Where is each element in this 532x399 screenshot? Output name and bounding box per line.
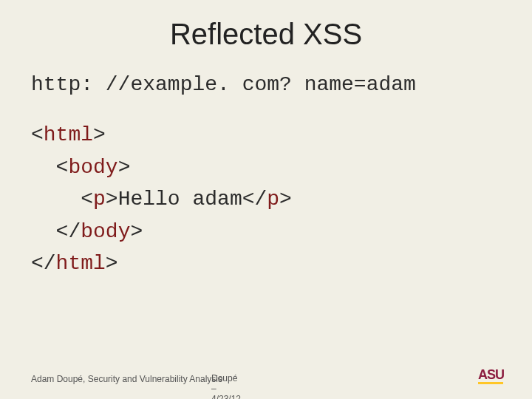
- asu-gold-bar: [478, 382, 503, 384]
- angle-close: >: [106, 188, 118, 211]
- angle-close: >: [93, 123, 106, 146]
- tag-body-open: body: [68, 156, 117, 179]
- slide-title: Reflected XSS: [0, 0, 532, 51]
- tag-p-open: p: [93, 188, 106, 211]
- tag-body-close: body: [81, 220, 130, 243]
- tag-html-close: html: [56, 252, 106, 275]
- angle-close-open: </: [56, 220, 81, 243]
- angle-open: <: [56, 156, 69, 179]
- slide: Reflected XSS http: //example. com? name…: [0, 0, 532, 399]
- asu-logo: ASU: [478, 368, 504, 384]
- footer-overlay: Doupé – 4/23/12: [211, 373, 241, 399]
- example-url: http: //example. com? name=adam: [31, 72, 501, 98]
- slide-content: http: //example. com? name=adam <html> <…: [0, 51, 532, 279]
- angle-close-open: </: [31, 252, 56, 275]
- angle-open: <: [31, 123, 44, 146]
- angle-close: >: [130, 220, 143, 243]
- angle-close-open: </: [242, 188, 267, 211]
- asu-logo-block: ASU: [478, 368, 504, 384]
- footer-text: Adam Doupé, Security and Vulnerability A…: [31, 374, 222, 384]
- code-text: Hello adam: [118, 188, 242, 211]
- tag-p-close: p: [267, 188, 279, 211]
- code-block: <html> <body> <p>Hello adam</p> </body> …: [31, 119, 501, 279]
- angle-close: >: [118, 156, 131, 179]
- footer-author: Adam Doupé, Security and Vulnerability A…: [31, 374, 222, 384]
- angle-close: >: [279, 188, 292, 211]
- angle-close: >: [106, 252, 118, 275]
- tag-html-open: html: [44, 123, 93, 146]
- footer: Adam Doupé, Security and Vulnerability A…: [31, 368, 504, 384]
- asu-wordmark: ASU: [478, 367, 504, 382]
- angle-open: <: [81, 188, 93, 211]
